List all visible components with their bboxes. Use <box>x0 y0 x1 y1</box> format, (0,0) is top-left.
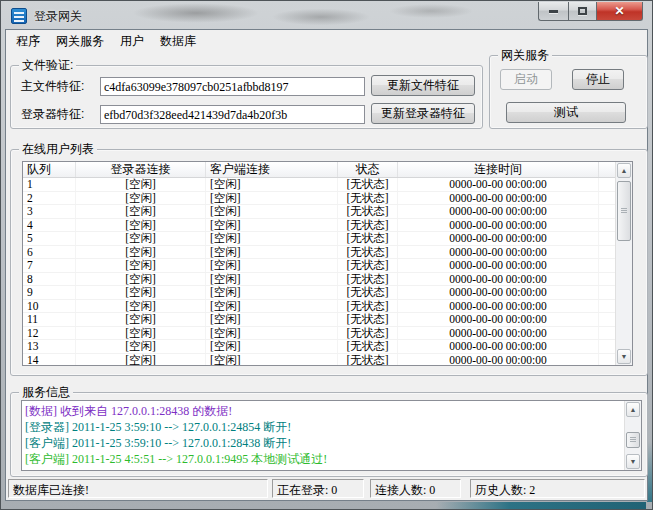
column-header-login-conn[interactable]: 登录器连接 <box>76 162 206 177</box>
table-cell <box>599 313 615 326</box>
log-line: [登录器] 2011-1-25 3:59:10 --> 127.0.0.1:24… <box>25 419 623 435</box>
table-cell <box>599 340 615 353</box>
table-cell: 8 <box>23 273 76 286</box>
scrollbar-thumb[interactable] <box>626 432 640 448</box>
table-row[interactable]: 5[空闲][空闲][无状态]0000-00-00 00:00:00 <box>23 232 615 246</box>
file-verify-group-title: 文件验证: <box>19 58 76 72</box>
status-history-count: 历史人数: 2 <box>470 479 645 498</box>
minimize-icon <box>549 10 558 13</box>
table-cell: 0000-00-00 00:00:00 <box>398 340 599 353</box>
table-row[interactable]: 7[空闲][空闲][无状态]0000-00-00 00:00:00 <box>23 259 615 273</box>
table-cell: 12 <box>23 327 76 340</box>
close-icon: ✕ <box>614 5 624 17</box>
table-cell: [无状态] <box>338 192 398 205</box>
table-cell: [空闲] <box>206 327 338 340</box>
log-line: [客户端] 2011-1-25 4:5:51 --> 127.0.0.1:949… <box>25 451 623 467</box>
gateway-service-group-title: 网关服务 <box>498 48 552 62</box>
update-file-hash-button[interactable]: 更新文件特征 <box>371 75 475 96</box>
test-button[interactable]: 测试 <box>506 102 626 123</box>
table-row[interactable]: 1[空闲][空闲][无状态]0000-00-00 00:00:00 <box>23 178 615 192</box>
table-row[interactable]: 9[空闲][空闲][无状态]0000-00-00 00:00:00 <box>23 286 615 300</box>
column-header-status[interactable]: 状态 <box>338 162 398 177</box>
column-header-filler <box>599 162 615 177</box>
table-row[interactable]: 8[空闲][空闲][无状态]0000-00-00 00:00:00 <box>23 273 615 287</box>
column-header-queue[interactable]: 队列 <box>23 162 76 177</box>
online-users-group-title: 在线用户列表 <box>19 142 97 156</box>
table-cell: 13 <box>23 340 76 353</box>
table-row[interactable]: 11[空闲][空闲][无状态]0000-00-00 00:00:00 <box>23 313 615 327</box>
stop-button[interactable]: 停止 <box>572 69 624 90</box>
table-cell: [空闲] <box>76 259 206 272</box>
scroll-down-icon[interactable]: ▼ <box>626 454 640 469</box>
gateway-service-group: 网关服务 启动 停止 测试 <box>489 55 648 129</box>
table-cell: 0000-00-00 00:00:00 <box>398 259 599 272</box>
table-cell <box>599 219 615 232</box>
maximize-icon <box>578 7 587 15</box>
table-cell: [空闲] <box>206 340 338 353</box>
table-row[interactable]: 14[空闲][空闲][无状态]0000-00-00 00:00:00 <box>23 354 615 367</box>
menu-item-gateway-service[interactable]: 网关服务 <box>48 30 112 53</box>
table-cell: 10 <box>23 300 76 313</box>
maximize-button[interactable] <box>568 2 597 21</box>
table-row[interactable]: 2[空闲][空闲][无状态]0000-00-00 00:00:00 <box>23 192 615 206</box>
table-row[interactable]: 12[空闲][空闲][无状态]0000-00-00 00:00:00 <box>23 327 615 341</box>
menu-item-database[interactable]: 数据库 <box>152 30 204 53</box>
window-frame-bottom <box>436 502 646 509</box>
service-log-box[interactable]: [数据] 收到来自 127.0.0.1:28438 的数据![登录器] 2011… <box>21 400 642 471</box>
table-cell: 0000-00-00 00:00:00 <box>398 178 599 191</box>
service-log-lines: [数据] 收到来自 127.0.0.1:28438 的数据![登录器] 2011… <box>25 403 623 467</box>
update-loader-hash-button[interactable]: 更新登录器特征 <box>371 103 475 124</box>
table-cell: 9 <box>23 286 76 299</box>
column-header-conn-time[interactable]: 连接时间 <box>398 162 599 177</box>
table-row[interactable]: 6[空闲][空闲][无状态]0000-00-00 00:00:00 <box>23 246 615 260</box>
table-cell <box>599 327 615 340</box>
table-cell: [无状态] <box>338 219 398 232</box>
menu-item-user[interactable]: 用户 <box>112 30 152 53</box>
scrollbar-thumb[interactable] <box>617 181 631 241</box>
table-cell: [无状态] <box>338 286 398 299</box>
table-cell: [空闲] <box>76 219 206 232</box>
table-cell: [空闲] <box>76 286 206 299</box>
table-cell: [空闲] <box>206 273 338 286</box>
close-button[interactable]: ✕ <box>597 2 643 21</box>
table-row[interactable]: 13[空闲][空闲][无状态]0000-00-00 00:00:00 <box>23 340 615 354</box>
log-line: [客户端] 2011-1-25 3:59:10 --> 127.0.0.1:28… <box>25 435 623 451</box>
minimize-button[interactable] <box>538 2 568 21</box>
table-cell <box>599 300 615 313</box>
table-cell: 0000-00-00 00:00:00 <box>398 192 599 205</box>
client-area: 程序 网关服务 用户 数据库 文件验证: 主文件特征: c4dfa63099e3… <box>5 29 648 501</box>
table-cell: [空闲] <box>206 192 338 205</box>
table-cell: 5 <box>23 232 76 245</box>
menu-item-program[interactable]: 程序 <box>8 30 48 53</box>
table-row[interactable]: 10[空闲][空闲][无状态]0000-00-00 00:00:00 <box>23 300 615 314</box>
online-users-group: 在线用户列表 队列 登录器连接 客户端连接 状态 连接时间 1[空闲][空闲][… <box>10 149 648 376</box>
loader-hash-field[interactable]: efbd70d3f328eed421439d7da4b20f3b <box>100 105 365 124</box>
table-cell: [空闲] <box>76 205 206 218</box>
table-cell: [无状态] <box>338 327 398 340</box>
table-cell: 0000-00-00 00:00:00 <box>398 205 599 218</box>
table-cell: [空闲] <box>76 232 206 245</box>
column-header-client-conn[interactable]: 客户端连接 <box>206 162 338 177</box>
service-log-scrollbar[interactable]: ▲ ▼ <box>624 401 641 470</box>
user-table-scrollbar[interactable]: ▲ ▼ <box>615 162 632 365</box>
table-cell: 7 <box>23 259 76 272</box>
table-row[interactable]: 3[空闲][空闲][无状态]0000-00-00 00:00:00 <box>23 205 615 219</box>
start-button[interactable]: 启动 <box>500 69 552 90</box>
table-row[interactable]: 4[空闲][空闲][无状态]0000-00-00 00:00:00 <box>23 219 615 233</box>
scroll-up-icon[interactable]: ▲ <box>617 163 631 178</box>
table-cell: [空闲] <box>76 327 206 340</box>
service-info-group-title: 服务信息 <box>19 385 73 399</box>
table-cell: 0000-00-00 00:00:00 <box>398 313 599 326</box>
status-db-connection: 数据库已连接! <box>8 479 268 498</box>
table-cell: 0000-00-00 00:00:00 <box>398 300 599 313</box>
table-cell: [无状态] <box>338 340 398 353</box>
scroll-down-icon[interactable]: ▼ <box>617 349 631 364</box>
table-cell: 1 <box>23 178 76 191</box>
log-line: [数据] 收到来自 127.0.0.1:28438 的数据! <box>25 403 623 419</box>
scroll-up-icon[interactable]: ▲ <box>626 402 640 417</box>
table-cell: [空闲] <box>76 300 206 313</box>
table-cell: [空闲] <box>206 259 338 272</box>
table-cell: 11 <box>23 313 76 326</box>
title-bar[interactable]: 登录网关 ✕ <box>2 2 651 29</box>
main-file-hash-field[interactable]: c4dfa63099e378097cb0251afbbd8197 <box>100 77 365 96</box>
